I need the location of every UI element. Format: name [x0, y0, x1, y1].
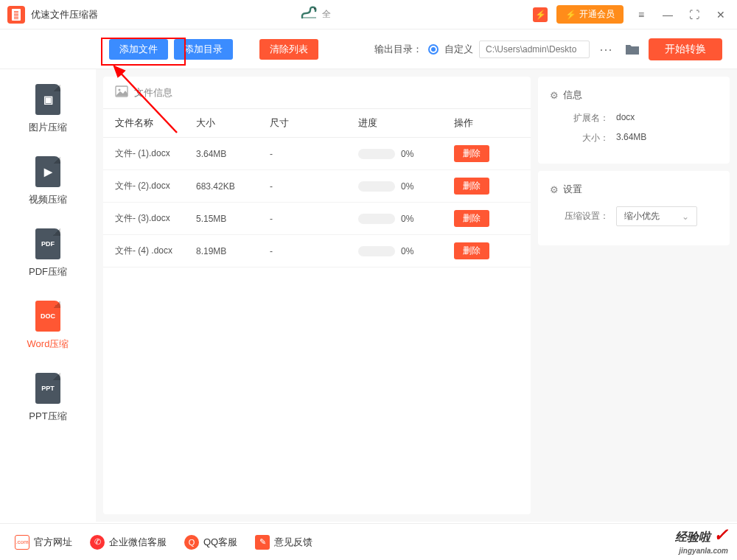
center-text: 全 [322, 8, 331, 21]
compress-label: 压缩设置： [550, 210, 616, 223]
ext-label: 扩展名： [550, 112, 616, 125]
sidebar-item-label: PDF压缩 [29, 265, 67, 279]
cell-name: 文件- (3).docx [115, 212, 196, 225]
cell-progress: 0% [358, 246, 454, 256]
output-label: 输出目录： [374, 43, 422, 56]
col-size: 大小 [196, 116, 270, 130]
footer-wechat[interactable]: ✆企业微信客服 [90, 535, 167, 550]
sidebar-item-video[interactable]: ▶ 视频压缩 [29, 156, 67, 206]
cell-progress: 0% [358, 149, 454, 159]
image-file-icon: ▣ [35, 84, 60, 115]
table-row[interactable]: 文件- (2).docx 683.42KB - 0% 删除 [103, 170, 531, 203]
video-file-icon: ▶ [35, 156, 60, 187]
compress-select[interactable]: 缩小优先 ⌄ [616, 206, 697, 226]
toolbar: 添加文件 添加目录 清除列表 输出目录： 自定义 ⋯ 开始转换 [0, 29, 737, 69]
delete-button[interactable]: 删除 [454, 210, 489, 227]
col-action: 操作 [454, 116, 519, 130]
add-folder-button[interactable]: 添加目录 [174, 39, 233, 60]
settings-panel: ⚙设置 压缩设置： 缩小优先 ⌄ [538, 171, 730, 245]
web-icon: .com [15, 535, 29, 550]
size-label: 大小： [550, 132, 616, 144]
col-name: 文件名称 [115, 116, 196, 130]
delete-button[interactable]: 删除 [454, 178, 489, 195]
info-panel: ⚙信息 扩展名：docx 大小：3.64MB [538, 77, 730, 164]
size-value: 3.64MB [616, 132, 646, 144]
minimize-icon[interactable]: — [659, 6, 677, 24]
ppt-file-icon: PPT [35, 373, 60, 404]
qq-icon: Q [184, 535, 199, 550]
cell-size: 3.64MB [196, 149, 270, 159]
ext-value: docx [616, 112, 635, 125]
cell-dim: - [270, 181, 358, 192]
snake-icon [300, 4, 318, 24]
app-logo-icon [7, 6, 25, 24]
info-title: 信息 [563, 88, 582, 102]
sidebar-item-label: PPT压缩 [29, 410, 66, 423]
app-title: 优速文件压缩器 [31, 8, 98, 21]
close-icon[interactable]: ✕ [712, 6, 730, 24]
menu-icon[interactable]: ≡ [632, 6, 650, 24]
footer-qq[interactable]: QQQ客服 [184, 535, 237, 550]
cell-dim: - [270, 149, 358, 159]
settings-title: 设置 [563, 183, 582, 196]
sidebar-item-ppt[interactable]: PPT PPT压缩 [29, 373, 66, 423]
start-convert-button[interactable]: 开始转换 [649, 38, 722, 60]
cell-size: 5.15MB [196, 214, 270, 224]
footer-feedback[interactable]: ✎意见反馈 [255, 535, 312, 550]
file-info-header: 文件信息 [134, 86, 172, 99]
image-icon [115, 85, 128, 99]
sidebar-item-label: 图片压缩 [29, 121, 67, 134]
watermark: 经验啦 ✓ jingyanla.com [675, 526, 728, 556]
output-mode: 自定义 [444, 43, 473, 56]
table-row[interactable]: 文件- (1).docx 3.64MB - 0% 删除 [103, 138, 531, 170]
gear-icon: ⚙ [550, 90, 559, 101]
folder-icon[interactable] [622, 39, 643, 60]
col-dim: 尺寸 [270, 116, 358, 130]
add-file-button[interactable]: 添加文件 [109, 39, 168, 60]
titlebar: 优速文件压缩器 全 ⚡ ⚡开通会员 ≡ — ⛶ ✕ [0, 0, 737, 29]
cell-size: 683.42KB [196, 181, 270, 192]
promo-icon[interactable]: ⚡ [533, 7, 548, 22]
sidebar-item-word[interactable]: DOC Word压缩 [27, 301, 69, 351]
footer: .com官方网址 ✆企业微信客服 QQQ客服 ✎意见反馈 经验啦 ✓ jingy… [0, 523, 737, 560]
cell-size: 8.19MB [196, 246, 270, 256]
word-file-icon: DOC [35, 301, 60, 332]
file-list-panel: 文件信息 文件名称 大小 尺寸 进度 操作 文件- (1).docx 3.64M… [103, 77, 531, 514]
sidebar-item-pdf[interactable]: PDF PDF压缩 [29, 228, 67, 279]
delete-button[interactable]: 删除 [454, 145, 489, 162]
svg-point-0 [314, 8, 315, 10]
cell-progress: 0% [358, 181, 454, 192]
table-row[interactable]: 文件- (3).docx 5.15MB - 0% 删除 [103, 203, 531, 235]
sidebar-item-image[interactable]: ▣ 图片压缩 [29, 84, 67, 134]
vip-button[interactable]: ⚡开通会员 [556, 5, 624, 24]
sidebar: ▣ 图片压缩 ▶ 视频压缩 PDF PDF压缩 DOC Word压缩 PPT P… [0, 69, 96, 522]
cell-name: 文件- (4) .docx [115, 245, 196, 257]
sidebar-item-label: 视频压缩 [29, 193, 67, 206]
sidebar-item-label: Word压缩 [27, 337, 69, 351]
table-row[interactable]: 文件- (4) .docx 8.19MB - 0% 删除 [103, 235, 531, 267]
cell-dim: - [270, 214, 358, 224]
cell-dim: - [270, 246, 358, 256]
cell-name: 文件- (1).docx [115, 147, 196, 160]
table-header: 文件名称 大小 尺寸 进度 操作 [103, 108, 531, 138]
clear-list-button[interactable]: 清除列表 [259, 39, 318, 60]
svg-point-3 [119, 89, 121, 91]
output-radio[interactable] [428, 44, 439, 55]
chevron-down-icon: ⌄ [682, 211, 689, 222]
feedback-icon: ✎ [255, 535, 270, 550]
delete-button[interactable]: 删除 [454, 242, 489, 259]
col-progress: 进度 [358, 116, 454, 130]
wechat-icon: ✆ [90, 535, 105, 550]
output-path-input[interactable] [479, 41, 590, 58]
cell-progress: 0% [358, 214, 454, 224]
more-icon[interactable]: ⋯ [595, 39, 616, 60]
gear-icon: ⚙ [550, 184, 559, 195]
fullscreen-icon[interactable]: ⛶ [685, 6, 703, 24]
cell-name: 文件- (2).docx [115, 180, 196, 192]
footer-website[interactable]: .com官方网址 [15, 535, 72, 550]
pdf-file-icon: PDF [35, 228, 60, 259]
